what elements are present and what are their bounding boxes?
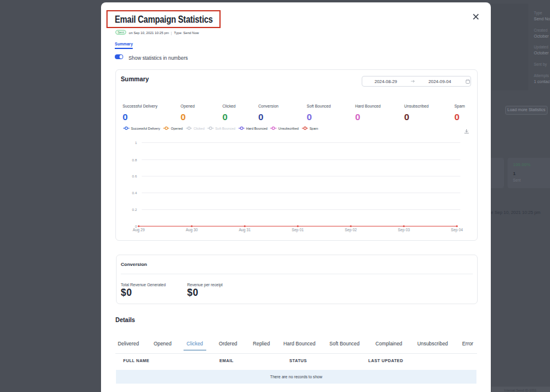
svg-text:Aug 29: Aug 29 [133,228,145,232]
svg-text:Sep 03: Sep 03 [398,228,410,232]
svg-text:0.6: 0.6 [132,174,138,178]
svg-text:Sep 04: Sep 04 [451,228,463,232]
svg-text:0.4: 0.4 [132,191,138,195]
svg-text:Sep 01: Sep 01 [292,228,304,232]
svg-text:1: 1 [135,141,138,145]
svg-text:Aug 31: Aug 31 [239,228,250,232]
svg-text:Aug 30: Aug 30 [186,228,198,232]
svg-text:0.8: 0.8 [132,158,138,162]
svg-text:0.2: 0.2 [132,208,138,212]
svg-text:Sep 02: Sep 02 [345,228,357,232]
